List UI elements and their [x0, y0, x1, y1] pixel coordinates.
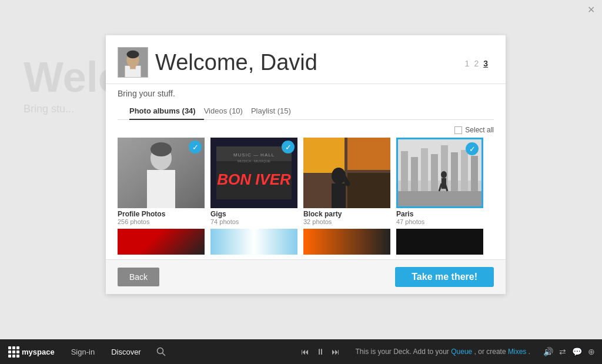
- albums-grid: ✓ Profile Photos 256 photos MUSIC — HALL…: [118, 138, 494, 225]
- svg-rect-32: [471, 156, 478, 192]
- album-block-party[interactable]: Block party 32 photos: [303, 138, 390, 225]
- thumb-small-3[interactable]: [303, 229, 390, 255]
- thumb-small-1[interactable]: [118, 229, 205, 255]
- pagination: 1 2 3: [465, 56, 488, 68]
- album-title-gigs: Gigs: [210, 210, 297, 218]
- album-profile-photos[interactable]: ✓ Profile Photos 256 photos: [118, 138, 205, 225]
- bring-stuff-text: Bring your stuff.: [118, 89, 494, 98]
- dot2: [12, 346, 15, 349]
- svg-line-39: [162, 353, 165, 356]
- page-1[interactable]: 1: [465, 59, 470, 68]
- svg-rect-8: [147, 170, 175, 208]
- dot1: [8, 346, 11, 349]
- thumb-small-2[interactable]: [210, 229, 297, 255]
- tab-playlist[interactable]: Playlist (15): [251, 103, 299, 120]
- album-count-gigs: 74 photos: [210, 218, 297, 225]
- player-controls: ⏮ ⏸ ⏭: [300, 347, 341, 356]
- pause-button[interactable]: ⏸: [315, 347, 326, 356]
- svg-point-3: [126, 51, 139, 58]
- queue-link[interactable]: Queue: [451, 348, 472, 356]
- album-thumb-profile: ✓: [118, 138, 205, 208]
- svg-rect-27: [421, 148, 428, 192]
- or-text: , or create: [474, 348, 506, 356]
- discover-button[interactable]: Discover: [103, 339, 149, 364]
- check-badge-profile: ✓: [189, 141, 202, 153]
- page-3[interactable]: 3: [483, 59, 488, 68]
- svg-rect-30: [451, 152, 458, 192]
- album-thumb-block: [303, 138, 390, 208]
- svg-text:MUSICA · MUSIQUE: MUSICA · MUSIQUE: [238, 159, 270, 163]
- album-title-profile: Profile Photos: [118, 210, 205, 218]
- share-icon[interactable]: ⇄: [559, 347, 566, 356]
- mixes-link[interactable]: Mixes: [508, 348, 526, 356]
- svg-rect-25: [401, 151, 408, 192]
- tabs-container: Photo albums (34) Videos (10) Playlist (…: [118, 103, 494, 120]
- album-title-block: Block party: [303, 210, 390, 218]
- chat-icon[interactable]: 💬: [572, 347, 582, 356]
- svg-rect-21: [332, 183, 346, 208]
- svg-text:BON IVER: BON IVER: [217, 171, 291, 188]
- avatar: [118, 47, 148, 78]
- album-title-paris: Paris: [396, 210, 483, 218]
- album-count-block: 32 photos: [303, 218, 390, 225]
- svg-rect-18: [347, 138, 390, 170]
- select-all-checkbox[interactable]: [454, 126, 462, 134]
- rewind-button[interactable]: ⏮: [300, 347, 310, 356]
- albums-row2: [118, 229, 494, 255]
- svg-rect-19: [347, 173, 390, 208]
- select-all-label: Select all: [465, 126, 494, 134]
- album-count-profile: 256 photos: [118, 218, 205, 225]
- deck-text: This is your Deck. Add to your: [355, 348, 449, 356]
- albums-area: Select all: [106, 120, 506, 255]
- tab-photo-albums[interactable]: Photo albums (34): [129, 103, 204, 120]
- more-icon[interactable]: ⊕: [588, 347, 595, 356]
- svg-rect-33: [398, 191, 481, 206]
- check-badge-paris: ✓: [466, 142, 479, 155]
- close-button[interactable]: ✕: [586, 5, 596, 15]
- tab-videos[interactable]: Videos (10): [204, 103, 251, 120]
- select-all-row: Select all: [118, 126, 494, 134]
- album-thumb-gigs: MUSIC — HALL MUSICA · MUSIQUE BON IVER ✓: [210, 138, 297, 208]
- back-button[interactable]: Back: [118, 268, 159, 286]
- dot6: [16, 350, 19, 353]
- logo-text: myspace: [22, 348, 55, 356]
- myspace-logo[interactable]: myspace: [0, 346, 63, 358]
- svg-rect-17: [303, 138, 345, 173]
- sign-in-button[interactable]: Sign-in: [63, 339, 103, 364]
- dot8: [12, 355, 15, 358]
- svg-rect-28: [431, 154, 438, 192]
- album-gigs[interactable]: MUSIC — HALL MUSICA · MUSIQUE BON IVER ✓…: [210, 138, 297, 225]
- dot3: [16, 346, 19, 349]
- album-thumb-paris: ✓: [396, 138, 483, 208]
- thumb-small-4[interactable]: [396, 229, 483, 255]
- modal-subheader: Bring your stuff. Photo albums (34) Vide…: [106, 84, 506, 120]
- welcome-title: Welcome, David: [155, 50, 317, 75]
- forward-button[interactable]: ⏭: [330, 347, 341, 356]
- bg-sub-text: Bring stu...: [24, 103, 74, 115]
- check-badge-gigs: ✓: [282, 141, 295, 153]
- deck-info: This is your Deck. Add to your Queue , o…: [349, 348, 536, 356]
- svg-text:MUSIC — HALL: MUSIC — HALL: [233, 152, 275, 158]
- modal-header: Welcome, David 1 2 3: [106, 35, 506, 84]
- bottom-right-icons: 🔊 ⇄ 💬 ⊕: [536, 347, 602, 356]
- dot7: [8, 355, 11, 358]
- take-me-there-button[interactable]: Take me there!: [395, 267, 494, 287]
- search-button[interactable]: [149, 347, 173, 356]
- header-left: Welcome, David: [118, 47, 317, 78]
- svg-point-34: [441, 171, 447, 178]
- svg-point-9: [150, 142, 172, 156]
- album-paris[interactable]: ✓ Paris 47 photos: [396, 138, 483, 225]
- svg-rect-4: [130, 66, 136, 69]
- page-2[interactable]: 2: [474, 59, 479, 68]
- bottom-bar: myspace Sign-in Discover ⏮ ⏸ ⏭ This is y…: [0, 339, 602, 364]
- volume-icon[interactable]: 🔊: [543, 347, 553, 356]
- svg-rect-26: [411, 157, 418, 192]
- dot5: [12, 350, 15, 353]
- dot9: [16, 355, 19, 358]
- grid-icon: [8, 346, 19, 358]
- modal-footer: Back Take me there!: [106, 259, 506, 294]
- svg-rect-31: [461, 150, 468, 192]
- dot4: [8, 350, 11, 353]
- end-text: .: [529, 348, 530, 356]
- album-count-paris: 47 photos: [396, 218, 483, 225]
